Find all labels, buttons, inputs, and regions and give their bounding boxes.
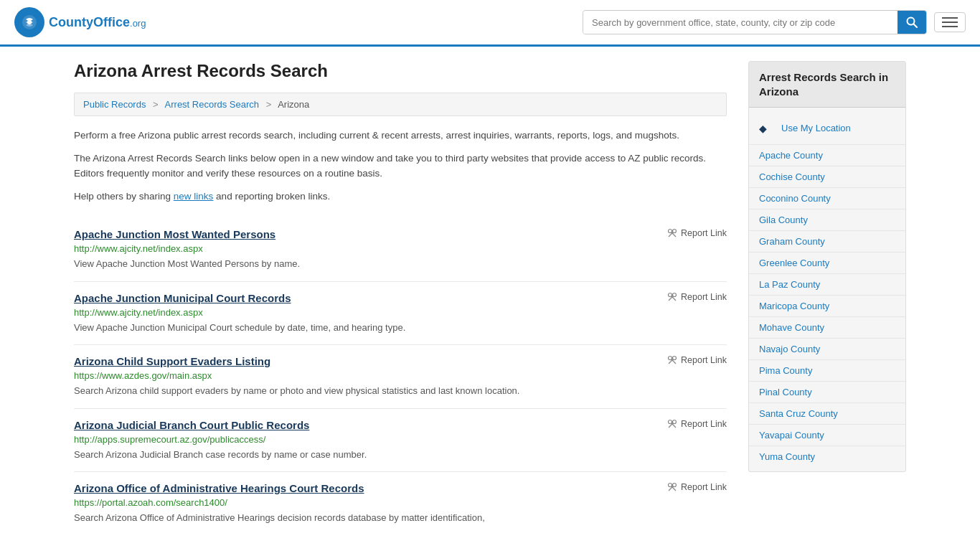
list-item: Yuma County: [749, 446, 905, 467]
list-item: Maricopa County: [749, 296, 905, 317]
record-header: Arizona Child Support Evaders Listing Re…: [74, 355, 727, 367]
breadcrumb-arizona: Arizona: [278, 99, 309, 110]
search-bar: [583, 10, 927, 34]
list-item: Pinal County: [749, 382, 905, 403]
sidebar-county-navajo[interactable]: Navajo County: [749, 339, 905, 359]
record-header: Arizona Office of Administrative Hearing…: [74, 482, 727, 494]
record-item: Arizona Judicial Branch Court Public Rec…: [74, 409, 727, 473]
records-list: Apache Junction Most Wanted Persons Repo…: [74, 218, 727, 535]
logo-icon: [14, 7, 44, 37]
page-title: Arizona Arrest Records Search: [74, 61, 727, 81]
svg-line-4: [914, 24, 918, 28]
record-item: Arizona Child Support Evaders Listing Re…: [74, 345, 727, 409]
breadcrumb-public-records[interactable]: Public Records: [83, 99, 146, 110]
sidebar-county-greenlee[interactable]: Greenlee County: [749, 253, 905, 273]
sidebar: Arrest Records Search in Arizona ◆ Use M…: [748, 61, 906, 535]
logo-area: CountyOffice.org: [14, 7, 146, 37]
report-link[interactable]: Report Link: [667, 482, 727, 492]
header-right: [583, 10, 966, 34]
breadcrumb-sep-2: >: [266, 99, 272, 110]
content-area: Arizona Arrest Records Search Public Rec…: [74, 61, 727, 535]
list-item: Navajo County: [749, 339, 905, 360]
use-my-location-item: ◆ Use My Location: [749, 112, 905, 145]
menu-line-1: [942, 17, 958, 19]
sidebar-box: Arrest Records Search in Arizona ◆ Use M…: [748, 61, 906, 472]
record-url[interactable]: http://www.ajcity.net/index.aspx: [74, 307, 727, 318]
record-url[interactable]: http://apps.supremecourt.az.gov/publicac…: [74, 434, 727, 445]
sidebar-county-coconino[interactable]: Coconino County: [749, 188, 905, 209]
record-header: Arizona Judicial Branch Court Public Rec…: [74, 419, 727, 431]
sidebar-county-yavapai[interactable]: Yavapai County: [749, 425, 905, 446]
logo-text: CountyOffice.org: [49, 15, 146, 30]
record-item: Arizona Office of Administrative Hearing…: [74, 472, 727, 535]
record-url[interactable]: http://www.ajcity.net/index.aspx: [74, 243, 727, 254]
record-title[interactable]: Arizona Child Support Evaders Listing: [74, 355, 270, 367]
sidebar-county-yuma[interactable]: Yuma County: [749, 446, 905, 467]
description-1: Perform a free Arizona public arrest rec…: [74, 128, 727, 143]
scissors-icon: [667, 228, 677, 238]
svg-point-2: [27, 20, 32, 24]
record-item: Apache Junction Most Wanted Persons Repo…: [74, 218, 727, 282]
breadcrumb-sep-1: >: [153, 99, 159, 110]
record-url[interactable]: https://portal.azoah.com/search1400/: [74, 497, 727, 508]
list-item: Pima County: [749, 360, 905, 382]
location-pin-icon: ◆: [759, 123, 767, 134]
list-item: Mohave County: [749, 317, 905, 339]
sidebar-county-cochise[interactable]: Cochise County: [749, 166, 905, 187]
description-3: Help others by sharing new links and rep…: [74, 189, 727, 204]
scissors-icon: [667, 292, 677, 302]
list-item: Coconino County: [749, 188, 905, 209]
scissors-icon: [667, 419, 677, 429]
list-item: Yavapai County: [749, 425, 905, 446]
record-desc: Search Arizona Judicial Branch case reco…: [74, 448, 727, 462]
list-item: Cochise County: [749, 166, 905, 188]
record-desc: View Apache Junction Municipal Court sch…: [74, 321, 727, 335]
record-title[interactable]: Apache Junction Municipal Court Records: [74, 292, 291, 304]
sidebar-county-graham[interactable]: Graham County: [749, 231, 905, 252]
record-desc: Search Arizona Office of Administrative …: [74, 511, 727, 525]
sidebar-title: Arrest Records Search in Arizona: [749, 62, 905, 108]
record-item: Apache Junction Municipal Court Records …: [74, 282, 727, 346]
list-item: Greenlee County: [749, 253, 905, 274]
record-url[interactable]: https://www.azdes.gov/main.aspx: [74, 370, 727, 381]
menu-line-3: [942, 26, 958, 27]
sidebar-county-apache[interactable]: Apache County: [749, 145, 905, 166]
sidebar-county-santacruz[interactable]: Santa Cruz County: [749, 403, 905, 424]
report-link[interactable]: Report Link: [667, 419, 727, 429]
sidebar-county-mohave[interactable]: Mohave County: [749, 317, 905, 338]
breadcrumb: Public Records > Arrest Records Search >…: [74, 93, 727, 116]
description-2: The Arizona Arrest Records Search links …: [74, 151, 727, 182]
sidebar-county-maricopa[interactable]: Maricopa County: [749, 296, 905, 316]
search-input[interactable]: [583, 11, 897, 34]
list-item: Santa Cruz County: [749, 403, 905, 425]
report-link[interactable]: Report Link: [667, 292, 727, 302]
record-header: Apache Junction Most Wanted Persons Repo…: [74, 228, 727, 240]
scissors-icon: [667, 482, 677, 492]
record-desc: Search Arizona child support evaders by …: [74, 384, 727, 398]
list-item: Gila County: [749, 209, 905, 231]
menu-button[interactable]: [934, 12, 966, 32]
scissors-icon: [667, 355, 677, 365]
record-title[interactable]: Arizona Office of Administrative Hearing…: [74, 482, 364, 494]
sidebar-county-lapaz[interactable]: La Paz County: [749, 274, 905, 295]
sidebar-county-pinal[interactable]: Pinal County: [749, 382, 905, 402]
sidebar-county-gila[interactable]: Gila County: [749, 209, 905, 230]
search-button[interactable]: [897, 11, 926, 34]
header: CountyOffice.org: [0, 0, 980, 47]
list-item: Graham County: [749, 231, 905, 253]
menu-line-2: [942, 22, 958, 23]
breadcrumb-arrest-records[interactable]: Arrest Records Search: [165, 99, 260, 110]
main-wrapper: Arizona Arrest Records Search Public Rec…: [60, 47, 920, 550]
record-title[interactable]: Arizona Judicial Branch Court Public Rec…: [74, 419, 309, 431]
list-item: La Paz County: [749, 274, 905, 296]
record-desc: View Apache Junction Most Wanted Persons…: [74, 257, 727, 271]
new-links-link[interactable]: new links: [174, 191, 214, 202]
report-link[interactable]: Report Link: [667, 228, 727, 238]
use-my-location-link[interactable]: Use My Location: [771, 118, 861, 138]
sidebar-list: ◆ Use My Location Apache County Cochise …: [749, 108, 905, 471]
list-item: Apache County: [749, 145, 905, 166]
sidebar-county-pima[interactable]: Pima County: [749, 360, 905, 381]
record-header: Apache Junction Municipal Court Records …: [74, 292, 727, 304]
report-link[interactable]: Report Link: [667, 355, 727, 365]
record-title[interactable]: Apache Junction Most Wanted Persons: [74, 228, 275, 240]
